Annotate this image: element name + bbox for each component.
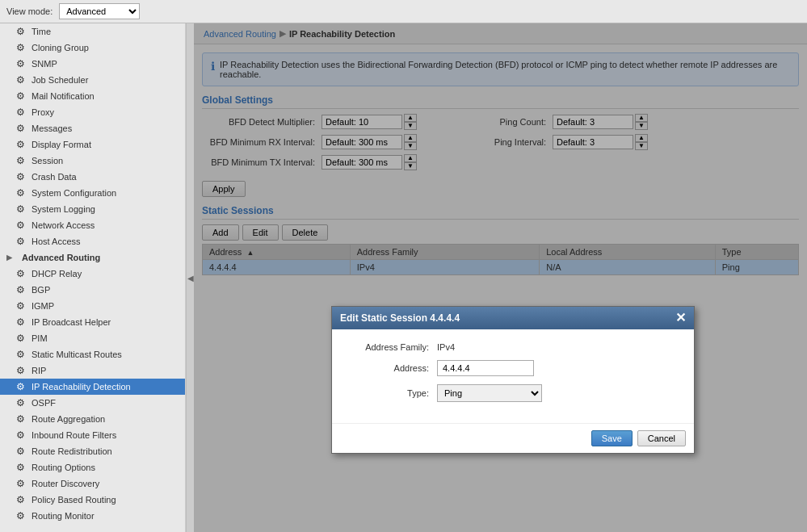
modal-type-label: Type: <box>348 388 429 398</box>
sidebar-item-bgp[interactable]: BGP <box>0 282 185 298</box>
sidebar-item-system-configuration[interactable]: System Configuration <box>0 185 185 201</box>
sidebar-item-inbound-route-filters[interactable]: Inbound Route Filters <box>0 427 185 443</box>
modal-title: Edit Static Session 4.4.4.4 <box>340 312 460 324</box>
gear-icon <box>16 123 27 134</box>
modal-address-input[interactable] <box>437 360 534 376</box>
modal-cancel-button[interactable]: Cancel <box>637 430 686 446</box>
sidebar-item-time[interactable]: Time <box>0 23 185 40</box>
modal-address-label: Address: <box>348 363 429 373</box>
gear-icon <box>16 90 27 102</box>
modal-type-select[interactable]: Ping BFD <box>437 384 542 402</box>
sidebar-item-routing-options[interactable]: Routing Options <box>0 459 185 475</box>
content-area: Advanced Routing ▶ IP Reachability Detec… <box>194 23 807 532</box>
gear-icon <box>16 397 27 408</box>
gear-icon <box>16 26 27 37</box>
sidebar-item-ip-reachability-detection[interactable]: IP Reachability Detection <box>0 379 185 395</box>
modal-footer: Save Cancel <box>332 423 694 453</box>
modal-row-family: Address Family: IPv4 <box>348 342 678 352</box>
sidebar-collapse-handle[interactable] <box>186 23 194 532</box>
sidebar-item-proxy[interactable]: Proxy <box>0 104 185 120</box>
sidebar-item-session[interactable]: Session <box>0 153 185 169</box>
sidebar-item-router-discovery[interactable]: Router Discovery <box>0 475 185 492</box>
gear-icon <box>16 300 27 312</box>
sidebar-item-cloning-group[interactable]: Cloning Group <box>0 40 185 56</box>
sidebar-item-system-logging[interactable]: System Logging <box>0 201 185 217</box>
gear-icon <box>16 316 27 328</box>
sidebar-item-job-scheduler[interactable]: Job Scheduler <box>0 72 185 88</box>
sidebar-item-display-format[interactable]: Display Format <box>0 136 185 153</box>
sidebar-item-ospf[interactable]: OSPF <box>0 395 185 411</box>
modal-body: Address Family: IPv4 Address: Type: Ping <box>332 329 694 423</box>
gear-icon <box>16 220 27 231</box>
gear-icon <box>16 236 27 247</box>
gear-icon <box>16 74 27 86</box>
sidebar-item-messages[interactable]: Messages <box>0 120 185 136</box>
gear-icon <box>16 268 27 279</box>
gear-icon <box>16 107 27 118</box>
sidebar-item-mail-notification[interactable]: Mail Notification <box>0 88 185 104</box>
sidebar-item-route-aggregation[interactable]: Route Aggregation <box>0 411 185 427</box>
sidebar-item-snmp[interactable]: SNMP <box>0 56 185 72</box>
sidebar-item-policy-based-routing[interactable]: Policy Based Routing <box>0 492 185 508</box>
gear-icon <box>16 203 27 215</box>
gear-icon <box>16 462 27 473</box>
modal-family-value: IPv4 <box>437 342 455 352</box>
sidebar-item-static-multicast-routes[interactable]: Static Multicast Routes <box>0 346 185 362</box>
sidebar-item-host-access[interactable]: Host Access <box>0 233 185 249</box>
gear-icon <box>16 42 27 53</box>
top-bar: View mode: Advanced Basic <box>0 0 807 23</box>
edit-static-session-modal: Edit Static Session 4.4.4.4 ✕ Address Fa… <box>331 306 695 454</box>
view-mode-label: View mode: <box>6 6 53 16</box>
gear-icon <box>16 446 27 457</box>
sidebar-item-network-access[interactable]: Network Access <box>0 217 185 233</box>
gear-icon <box>16 139 27 150</box>
sidebar-item-rip[interactable]: RIP <box>0 362 185 379</box>
gear-icon <box>16 494 27 505</box>
sidebar-item-routing-monitor[interactable]: Routing Monitor <box>0 508 185 524</box>
gear-icon <box>16 413 27 425</box>
gear-icon <box>16 429 27 441</box>
gear-icon <box>16 284 27 295</box>
gear-icon <box>16 333 27 344</box>
sidebar-item-crash-data[interactable]: Crash Data <box>0 169 185 185</box>
sidebar-section-advanced-routing: Advanced Routing <box>0 249 185 266</box>
gear-icon <box>16 155 27 166</box>
modal-overlay: Edit Static Session 4.4.4.4 ✕ Address Fa… <box>194 23 807 532</box>
sidebar-item-igmp[interactable]: IGMP <box>0 298 185 314</box>
gear-icon <box>16 58 27 69</box>
modal-row-address: Address: <box>348 360 678 376</box>
sidebar-item-ip-broadcast-helper[interactable]: IP Broadcast Helper <box>0 314 185 330</box>
gear-icon <box>16 478 27 489</box>
modal-row-type: Type: Ping BFD <box>348 384 678 402</box>
modal-family-label: Address Family: <box>348 342 429 352</box>
sidebar-item-route-redistribution[interactable]: Route Redistribution <box>0 443 185 459</box>
modal-header: Edit Static Session 4.4.4.4 ✕ <box>332 307 694 329</box>
gear-icon <box>16 171 27 182</box>
gear-icon <box>16 365 27 376</box>
gear-icon <box>16 187 27 199</box>
sidebar: Time Cloning Group SNMP Job Scheduler Ma… <box>0 23 186 532</box>
sidebar-item-dhcp-relay[interactable]: DHCP Relay <box>0 266 185 282</box>
modal-save-button[interactable]: Save <box>591 430 633 446</box>
gear-icon <box>16 381 27 392</box>
gear-icon <box>16 349 27 360</box>
view-mode-select[interactable]: Advanced Basic <box>59 3 140 19</box>
gear-icon <box>16 510 27 522</box>
modal-close-button[interactable]: ✕ <box>675 312 686 325</box>
sidebar-item-pim[interactable]: PIM <box>0 330 185 346</box>
arrow-down-icon <box>6 252 18 263</box>
